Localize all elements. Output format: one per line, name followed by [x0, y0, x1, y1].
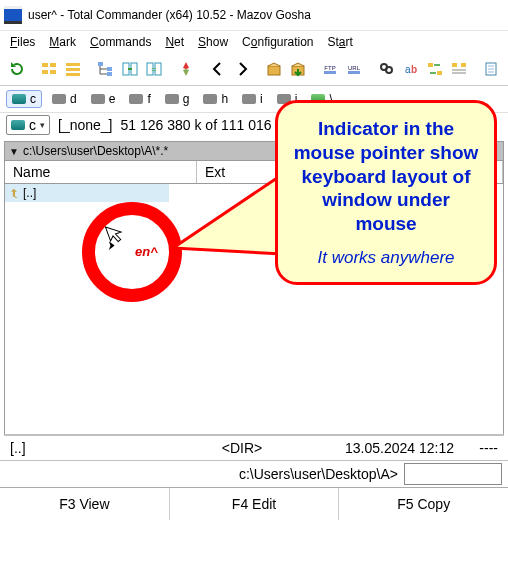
volume-label: [_none_]	[58, 117, 113, 133]
svg-point-22	[386, 67, 392, 73]
drive-g[interactable]: g	[161, 90, 194, 108]
swap-panels-icon[interactable]	[118, 57, 140, 81]
parent-dir-row[interactable]: ⮬ [..]	[5, 184, 169, 202]
menubar: Files Mark Commands Net Show Configurati…	[0, 31, 508, 55]
svg-rect-5	[66, 68, 80, 71]
drive-h[interactable]: h	[199, 90, 232, 108]
cursor-layout-indicator: en^	[135, 244, 158, 259]
forward-icon[interactable]	[231, 57, 253, 81]
menu-configuration[interactable]: Configuration	[242, 35, 313, 49]
back-icon[interactable]	[206, 57, 228, 81]
svg-text:b: b	[411, 64, 417, 75]
svg-text:=: =	[151, 64, 156, 74]
file-list[interactable]: ⮬ [..] en^ Indicator in the mouse pointe…	[4, 184, 504, 434]
mode-full-icon[interactable]	[62, 57, 84, 81]
column-name[interactable]: Name	[5, 161, 197, 183]
svg-rect-3	[50, 70, 56, 74]
invert-selection-icon[interactable]	[175, 57, 197, 81]
svg-rect-1	[50, 63, 56, 67]
sync-dirs-icon[interactable]	[424, 57, 446, 81]
svg-rect-4	[66, 63, 80, 66]
svg-rect-2	[42, 70, 48, 74]
annotation-callout: Indicator in the mouse pointer show keyb…	[275, 100, 497, 285]
svg-rect-6	[66, 73, 80, 76]
svg-rect-15	[268, 66, 280, 75]
annotation-circle	[82, 202, 182, 302]
menu-net[interactable]: Net	[165, 35, 184, 49]
mode-brief-icon[interactable]	[38, 57, 60, 81]
status-bar: [..] <DIR> 13.05.2024 12:12 ----	[4, 435, 504, 460]
svg-rect-8	[107, 67, 112, 71]
svg-rect-27	[452, 63, 457, 67]
search-icon[interactable]	[375, 57, 397, 81]
toolbar: = FTP URL ab	[0, 55, 508, 86]
drive-d[interactable]: d	[48, 90, 81, 108]
command-input[interactable]	[404, 463, 502, 485]
parent-dir-label: [..]	[23, 186, 36, 200]
titlebar: user^ - Total Commander (x64) 10.52 - Ma…	[0, 0, 508, 31]
svg-rect-20	[348, 71, 360, 74]
target-equal-source-icon[interactable]: =	[143, 57, 165, 81]
function-key-bar: F3 View F4 Edit F5 Copy	[0, 487, 508, 520]
f3-view-button[interactable]: F3 View	[0, 488, 170, 520]
pack-icon[interactable]	[263, 57, 285, 81]
refresh-icon[interactable]	[6, 57, 28, 81]
unpack-icon[interactable]	[287, 57, 309, 81]
f4-edit-button[interactable]: F4 Edit	[170, 488, 340, 520]
status-type: <DIR>	[190, 440, 294, 456]
f5-copy-button[interactable]: F5 Copy	[339, 488, 508, 520]
url-icon[interactable]: URL	[343, 57, 365, 81]
drive-i[interactable]: i	[238, 90, 267, 108]
drive-combo-letter: c	[29, 117, 36, 133]
up-arrow-folder-icon: ⮬	[9, 186, 21, 200]
svg-rect-0	[42, 63, 48, 67]
svg-rect-28	[461, 63, 466, 67]
multi-rename-icon[interactable]: ab	[399, 57, 421, 81]
drive-f[interactable]: f	[125, 90, 154, 108]
drive-c[interactable]: c	[6, 90, 42, 108]
drive-combo[interactable]: c ▾	[6, 115, 50, 135]
menu-show[interactable]: Show	[198, 35, 228, 49]
app-icon	[4, 6, 22, 24]
status-date: 13.05.2024 12:12	[294, 440, 454, 456]
ftp-icon[interactable]: FTP	[319, 57, 341, 81]
menu-start[interactable]: Start	[328, 35, 353, 49]
annotation-sub: It works anywhere	[290, 248, 482, 268]
svg-rect-9	[107, 72, 112, 76]
tree-icon[interactable]	[94, 57, 116, 81]
status-name: [..]	[10, 440, 190, 456]
svg-rect-25	[428, 63, 433, 67]
app-window: user^ - Total Commander (x64) 10.52 - Ma…	[0, 0, 508, 520]
chevron-down-icon: ▾	[40, 120, 45, 130]
svg-text:FTP: FTP	[324, 65, 335, 71]
svg-rect-26	[437, 71, 442, 75]
current-path-text: c:\Users\user\Desktop\A\*.*	[23, 144, 168, 158]
command-line: c:\Users\user\Desktop\A>	[0, 460, 508, 487]
window-title: user^ - Total Commander (x64) 10.52 - Ma…	[28, 8, 311, 22]
copy-names-icon[interactable]	[448, 57, 470, 81]
annotation-headline: Indicator in the mouse pointer show keyb…	[290, 117, 482, 236]
menu-commands[interactable]: Commands	[90, 35, 151, 49]
command-prompt: c:\Users\user\Desktop\A>	[6, 466, 398, 482]
notepad-icon[interactable]	[480, 57, 502, 81]
svg-rect-7	[98, 62, 103, 66]
svg-rect-18	[324, 71, 336, 74]
svg-text:URL: URL	[348, 65, 361, 71]
menu-mark[interactable]: Mark	[49, 35, 76, 49]
menu-files[interactable]: Files	[10, 35, 35, 49]
status-attrs: ----	[454, 440, 498, 456]
drive-e[interactable]: e	[87, 90, 120, 108]
history-dropdown-icon[interactable]: ▼	[9, 146, 19, 157]
